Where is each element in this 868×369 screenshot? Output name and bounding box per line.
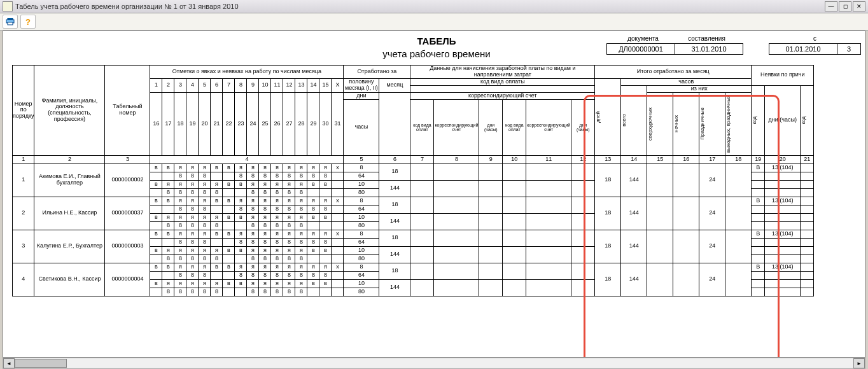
pay-cell bbox=[410, 279, 434, 296]
pay-cell bbox=[571, 197, 595, 213]
mark-cell: в bbox=[162, 263, 174, 271]
mark-cell: я bbox=[259, 164, 271, 172]
hour-cell: 8 bbox=[307, 172, 319, 180]
col-night: ночных bbox=[673, 92, 699, 155]
cell-half-days: 8 bbox=[344, 164, 379, 172]
mark-cell: я bbox=[199, 180, 211, 188]
mark-cell: в bbox=[162, 164, 174, 172]
col-overtime: сверхурочных bbox=[647, 92, 673, 155]
mark-cell: я bbox=[186, 213, 199, 221]
mark-cell: в bbox=[150, 197, 162, 205]
hour-cell: 8 bbox=[247, 205, 259, 213]
cell-abs-value: 13 (104) bbox=[765, 230, 801, 238]
col-corr: корреспондирующий счет bbox=[410, 92, 595, 99]
col-pay-4: код вида оплат bbox=[503, 99, 526, 155]
hour-cell bbox=[211, 271, 223, 279]
hour-cell: 8 bbox=[162, 288, 174, 296]
maximize-button[interactable]: ◻ bbox=[839, 1, 851, 11]
pay-cell bbox=[526, 164, 571, 180]
close-button[interactable]: ✕ bbox=[853, 1, 865, 11]
mark-cell: х bbox=[332, 197, 344, 205]
pay-cell bbox=[434, 180, 479, 197]
cell-abs-code2 bbox=[801, 288, 814, 296]
meta-comp-header: составления bbox=[675, 35, 739, 42]
hour-cell bbox=[211, 172, 223, 180]
hour-cell bbox=[162, 205, 174, 213]
mark-cell: я bbox=[186, 180, 199, 188]
document-area[interactable]: ТАБЕЛЬ учета рабочего времени документа … bbox=[3, 31, 865, 358]
hour-cell: 8 bbox=[199, 205, 211, 213]
mark-cell: я bbox=[186, 246, 199, 254]
col-number: 16 bbox=[673, 155, 699, 164]
cell-abs-code2 bbox=[801, 221, 814, 230]
col-number: 10 bbox=[503, 155, 526, 164]
col-number: 19 bbox=[752, 155, 765, 164]
hour-cell: 8 bbox=[247, 238, 259, 246]
cell-abs-value bbox=[765, 172, 801, 180]
mark-cell: я bbox=[283, 230, 295, 238]
day-header: 12 bbox=[283, 78, 295, 92]
hour-cell bbox=[319, 188, 332, 197]
help-button[interactable]: ? bbox=[20, 15, 36, 29]
mark-cell: в bbox=[307, 213, 319, 221]
mark-cell: в bbox=[223, 246, 235, 254]
day-header: X bbox=[332, 78, 344, 92]
horizontal-scrollbar[interactable]: ◄ ► bbox=[3, 358, 865, 369]
hour-cell: 8 bbox=[283, 188, 295, 197]
cell-weekend bbox=[725, 263, 752, 296]
hour-cell bbox=[235, 221, 247, 230]
pay-cell bbox=[410, 197, 434, 213]
hour-cell bbox=[332, 205, 344, 213]
hour-cell bbox=[307, 188, 319, 197]
mark-cell: я bbox=[199, 197, 211, 205]
scroll-right-button[interactable]: ► bbox=[853, 358, 865, 368]
minimize-button[interactable]: — bbox=[825, 1, 837, 11]
cell-night bbox=[673, 263, 699, 296]
hour-cell: 8 bbox=[247, 172, 259, 180]
print-button[interactable] bbox=[3, 15, 18, 29]
mark-cell: я bbox=[174, 213, 186, 221]
scroll-left-button[interactable]: ◄ bbox=[3, 358, 15, 368]
pay-cell bbox=[571, 164, 595, 180]
cell-abs-code bbox=[752, 221, 765, 230]
hour-cell bbox=[235, 188, 247, 197]
mark-cell: в bbox=[150, 246, 162, 254]
mark-cell: я bbox=[235, 197, 247, 205]
cell-abs-code bbox=[752, 238, 765, 246]
scroll-thumb[interactable] bbox=[15, 359, 67, 368]
mark-cell: в bbox=[223, 263, 235, 271]
mark-cell: я bbox=[199, 230, 211, 238]
meta-period-header: с bbox=[813, 35, 816, 42]
col-abs-days: дни (часы) bbox=[765, 85, 801, 155]
mark-cell: я bbox=[295, 180, 307, 188]
hour-cell: 8 bbox=[283, 254, 295, 263]
mark-cell: я bbox=[247, 164, 259, 172]
cell-abs-code bbox=[752, 288, 765, 296]
mark-cell: я bbox=[162, 279, 174, 288]
hour-cell: 8 bbox=[247, 271, 259, 279]
cell-abs-code2 bbox=[801, 230, 814, 238]
mark-cell bbox=[332, 213, 344, 221]
meta-boxes: документа составления ДЛ000000001 31.01.… bbox=[606, 35, 861, 55]
mark-cell: я bbox=[174, 279, 186, 288]
day-header: 27 bbox=[283, 92, 295, 155]
hour-cell: 8 bbox=[319, 172, 332, 180]
pay-cell bbox=[526, 263, 571, 279]
hour-cell bbox=[332, 254, 344, 263]
pay-cell bbox=[479, 164, 503, 180]
cell-abs-value bbox=[765, 213, 801, 221]
scroll-track[interactable] bbox=[15, 359, 853, 368]
pay-cell bbox=[434, 230, 479, 246]
mark-cell: в bbox=[162, 197, 174, 205]
pay-cell bbox=[410, 246, 434, 263]
cell-tabno: 0000000002 bbox=[105, 164, 150, 197]
hour-cell: 8 bbox=[283, 221, 295, 230]
pay-cell bbox=[434, 263, 479, 279]
hour-cell: 8 bbox=[295, 221, 307, 230]
hour-cell bbox=[319, 288, 332, 296]
hour-cell bbox=[162, 172, 174, 180]
col-number: 7 bbox=[410, 155, 434, 164]
hour-cell: 8 bbox=[295, 205, 307, 213]
cell-half-hours2: 80 bbox=[344, 254, 379, 263]
cell-month-hours: 144 bbox=[379, 279, 410, 296]
